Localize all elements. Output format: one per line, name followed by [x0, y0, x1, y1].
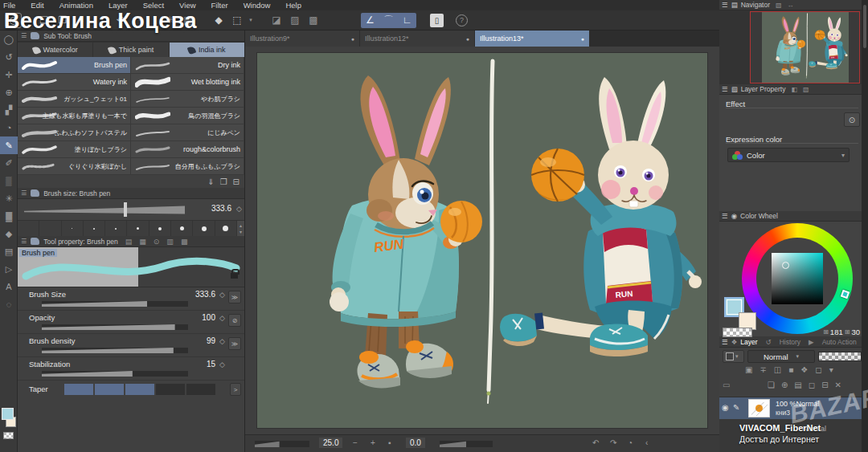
sv-selector[interactable] — [782, 262, 789, 269]
figure-tool-icon[interactable]: ▷ — [0, 260, 18, 278]
brush-item[interactable]: 鳥の羽混色ブラシ — [131, 108, 244, 124]
size-preset[interactable] — [171, 221, 193, 236]
layer-thumbnail[interactable] — [748, 399, 770, 417]
transparent-swatch[interactable] — [723, 328, 752, 337]
grid-icon[interactable]: ▨ — [287, 13, 303, 28]
spinner-icon[interactable]: ◇ — [219, 337, 225, 345]
draft-layer-icon[interactable]: ◫ — [774, 365, 781, 374]
panel-menu-icon[interactable]: ☰ — [722, 85, 728, 93]
slider-value[interactable]: 333.6 — [195, 290, 215, 299]
operation-tool-icon[interactable]: ⊕ — [0, 83, 18, 101]
panel-menu-icon[interactable]: ☰ — [722, 1, 728, 9]
taper-segment[interactable] — [95, 384, 124, 395]
blend-mode-dropdown[interactable]: Normal ▾ — [747, 350, 815, 363]
brush-item[interactable]: にじみペン — [131, 124, 244, 141]
help-icon[interactable]: ? — [456, 14, 468, 26]
snap-curve-icon[interactable]: ⌒ — [379, 13, 398, 28]
zoom-in-icon[interactable]: + — [371, 438, 375, 447]
size-preset[interactable] — [127, 221, 149, 236]
fill-icon[interactable]: ◆ — [211, 13, 227, 28]
palette-color-dropdown[interactable]: ▾ — [723, 350, 744, 363]
panel-menu-icon[interactable]: ☰ — [722, 338, 728, 346]
tab-illustration12[interactable]: Illustration12*● — [360, 31, 474, 47]
main-color-swatch[interactable] — [2, 408, 14, 420]
size-preset[interactable] — [149, 221, 171, 236]
size-preset[interactable] — [105, 221, 127, 236]
onion-skin-icon[interactable]: ∓ — [760, 365, 766, 374]
brush-item[interactable]: 塗りぼかしブラシ — [18, 141, 131, 158]
rotate-right-icon[interactable]: ↷ — [610, 438, 616, 447]
droplet-tool-icon[interactable]: ◔ — [0, 119, 18, 136]
tab-india-ink[interactable]: India ink — [170, 43, 244, 57]
brush-size-value[interactable]: 333.6 — [211, 204, 231, 213]
slider-track[interactable] — [42, 371, 188, 377]
pencil-tool-icon[interactable]: ✐ — [0, 154, 18, 172]
expand-slider-button[interactable]: ≫ — [228, 291, 241, 303]
size-preset[interactable] — [62, 221, 84, 236]
brush-item[interactable]: Dry ink — [131, 57, 244, 74]
zoom-slider[interactable] — [255, 441, 309, 447]
blend-tool-icon[interactable]: ▓ — [0, 207, 18, 225]
brush-item[interactable]: rough&colorbrush — [131, 141, 244, 158]
pen-tool-icon[interactable]: ✎ — [0, 136, 18, 154]
layer-visibility-icon[interactable]: ◉ — [722, 403, 729, 412]
new-folder-icon[interactable]: ▤ — [794, 381, 801, 389]
canvas-document[interactable]: RUN — [257, 53, 707, 428]
menu-window[interactable]: Window — [244, 1, 271, 10]
spinner-icon[interactable]: ◇ — [219, 291, 225, 299]
slider-track[interactable] — [42, 324, 188, 330]
dynamics-button[interactable]: ⊘ — [228, 314, 241, 327]
rotation-value[interactable]: 0.0 — [406, 438, 425, 448]
zoom-out-icon[interactable]: − — [353, 438, 358, 447]
slider-value[interactable]: 100 — [202, 313, 215, 322]
new-vector-layer-icon[interactable]: ⊕ — [781, 381, 788, 389]
lp-extra-icon-1[interactable]: ◧ — [791, 86, 797, 93]
import-brush-icon[interactable]: ⇓ — [207, 177, 214, 186]
brush-item[interactable]: やわ肌ブラシ — [131, 91, 244, 108]
brush-item[interactable]: ガッシュ_ウェット01 — [18, 91, 131, 108]
tp-icon-4[interactable]: ▥ — [166, 238, 174, 246]
airbrush-tool-icon[interactable]: ▒ — [0, 172, 18, 189]
layer-opacity-slider[interactable] — [818, 352, 862, 361]
size-preset[interactable] — [215, 221, 237, 236]
delete-layer-icon[interactable]: ✕ — [835, 381, 841, 389]
navigator-thumbnail[interactable] — [750, 11, 860, 83]
transfer-layer-icon[interactable]: ◻ — [809, 381, 815, 389]
size-preset[interactable] — [84, 221, 105, 236]
slider-value[interactable]: 99 — [207, 336, 215, 345]
reset-view-icon[interactable]: ◔ — [628, 438, 633, 447]
size-preset[interactable] — [193, 221, 215, 236]
tab-auto-action[interactable]: Auto Action — [822, 338, 857, 346]
brush-item[interactable]: Wet blotting ink — [131, 74, 244, 91]
canvas-viewport[interactable]: RUN — [245, 47, 719, 434]
size-preset[interactable] — [18, 221, 39, 236]
slider-track[interactable] — [42, 301, 188, 307]
lock-icon[interactable] — [231, 273, 238, 279]
brush-item[interactable]: 主線も水彩も厚塗りも一本で — [18, 108, 131, 124]
tab-watercolor[interactable]: Watercolor — [18, 43, 92, 57]
brush-item[interactable]: ふわふわソフトパステル — [18, 124, 131, 141]
decoration-tool-icon[interactable]: ✳ — [0, 189, 18, 207]
crop-menu-icon[interactable]: ▾ — [248, 13, 254, 28]
tp-icon-1[interactable]: ▤ — [125, 238, 133, 246]
eyedropper-tool-icon[interactable]: ▞ — [0, 101, 18, 119]
brush-item[interactable]: ぐりぐり水彩ぼかし — [18, 158, 131, 175]
material-icon[interactable]: ▩ — [305, 13, 321, 28]
tab-illustration9[interactable]: Illustration9*● — [245, 31, 359, 47]
duplicate-brush-icon[interactable]: ❐ — [220, 177, 227, 186]
transparent-color-swatch[interactable] — [3, 432, 14, 439]
lp-extra-icon-2[interactable]: ▧ — [803, 86, 809, 93]
zoom-value[interactable]: 25.0 — [319, 438, 342, 448]
fill-tool-icon[interactable]: ◆ — [0, 225, 18, 242]
brush-size-track[interactable] — [24, 205, 185, 215]
taper-segment[interactable] — [186, 384, 215, 395]
taper-segment[interactable] — [156, 384, 185, 395]
collapse-icon[interactable]: ‹ — [645, 438, 648, 447]
taper-detail-button[interactable]: > — [230, 383, 241, 396]
snap-ruler-icon[interactable]: ∠ — [361, 13, 379, 28]
delete-brush-icon[interactable]: ⊟ — [233, 177, 240, 186]
menu-help[interactable]: Help — [285, 1, 301, 10]
border-effect-button[interactable]: ⊙ — [844, 112, 860, 127]
brush-item[interactable]: Watery ink — [18, 74, 131, 91]
flip-icon[interactable]: ◪ — [268, 13, 285, 28]
